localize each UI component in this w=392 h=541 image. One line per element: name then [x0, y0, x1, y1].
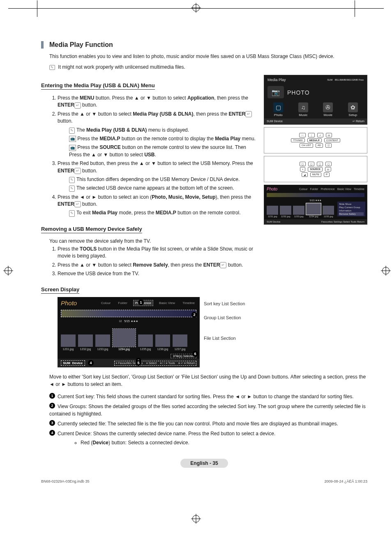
step-4: Press the ◄ or ► button to select an ico…: [58, 194, 257, 217]
note-icon: ✎: [69, 177, 75, 183]
intro-text: This function enables you to view and li…: [49, 53, 367, 59]
page-footer: English - 35: [41, 459, 367, 468]
entering-title: Entering the Media Play (USB & DLNA) Men…: [41, 82, 155, 90]
enter-icon: ↵: [74, 168, 81, 174]
note-icon: ✎: [69, 186, 75, 192]
mp-cat-music[interactable]: ♫Music: [291, 102, 316, 117]
mp-cat-movie[interactable]: ✇Movie: [316, 102, 341, 117]
remote-icon: 📺: [69, 145, 76, 151]
section-title: Media Play Function: [41, 41, 367, 49]
removing-steps: Press the TOOLS button in the Media Play…: [41, 246, 257, 278]
music-icon: ♫: [298, 102, 308, 112]
step-2: Press the ▲ or ▼ button to select Media …: [58, 111, 257, 158]
mp-cat-photo[interactable]: ▢Photo: [266, 102, 291, 117]
screen-display-labels: Sort key List Section Group List Section…: [204, 297, 245, 341]
removing-intro: You can remove the device safely from th…: [49, 238, 257, 244]
enter-icon: ↵: [74, 102, 81, 109]
remove-step-2: Press the ▲ or ▼ button to select Remove…: [58, 262, 257, 269]
remote-mock-2: ◻◻◻◻ +SOURCE⊟ ◢MUTEP: [264, 156, 367, 182]
enter-icon: ↵: [220, 262, 226, 268]
enter-icon: ↵: [245, 111, 252, 117]
entering-steps: Press the MENU button. Press the ▲ or ▼ …: [41, 95, 257, 217]
remote-icon: 📺: [69, 136, 76, 142]
intro-note: ✎ It might not work properly with unlice…: [49, 64, 367, 70]
remote-mock-1: —⋮✓⊟ TTX/MIXMEDIA.PCONTENT CH LISTAD☷: [264, 127, 367, 153]
note-icon: ✎: [49, 65, 55, 70]
photo-icon: ▢: [273, 102, 283, 112]
movie-icon: ✇: [323, 102, 333, 112]
step-1: Press the MENU button. Press the ▲ or ▼ …: [58, 95, 257, 109]
note-icon: ✎: [69, 128, 75, 134]
step-3: Press the Red button, then press the ▲ o…: [58, 160, 257, 192]
gear-icon: ✿: [348, 102, 358, 112]
remove-step-3: Remove the USB device from the TV.: [58, 270, 257, 277]
mediaplay-panel: Media Play SUM 851.86MB/993.02MB Free 📷 …: [264, 75, 367, 125]
enter-icon: ↵: [74, 201, 81, 207]
context-menu[interactable]: Slide Show Play Current Group Informatio…: [337, 202, 365, 216]
mp-photo-label: PHOTO: [287, 87, 310, 98]
removing-title: Removing a USB Memory Device Safely: [41, 226, 142, 233]
footer-meta: BN68-02329A-03Eng.indb 35 2009-08-24 ¿ÀÈ…: [41, 479, 367, 483]
note-icon: ✎: [69, 210, 75, 216]
screen-display-title: Screen Display: [41, 286, 79, 294]
screen-display-para: Move to either 'Sort key List Section', …: [49, 373, 367, 388]
screen-display-mock: Photo Colour Folder Preference Basic Vie…: [58, 297, 200, 367]
photo-preview-panel: Photo ColourFolderPreferenceBasic ViewTi…: [264, 185, 367, 225]
red-device-note: Red (Device) button: Selects a connected…: [81, 439, 367, 446]
remove-step-1: Press the TOOLS button in the Media Play…: [58, 246, 257, 260]
camera-icon: 📷: [267, 86, 284, 98]
callout-list: 1Current Sort key: This field shows the …: [41, 393, 367, 446]
mp-cat-setup[interactable]: ✿Setup: [341, 102, 366, 117]
mp-title: Media Play: [267, 78, 286, 82]
